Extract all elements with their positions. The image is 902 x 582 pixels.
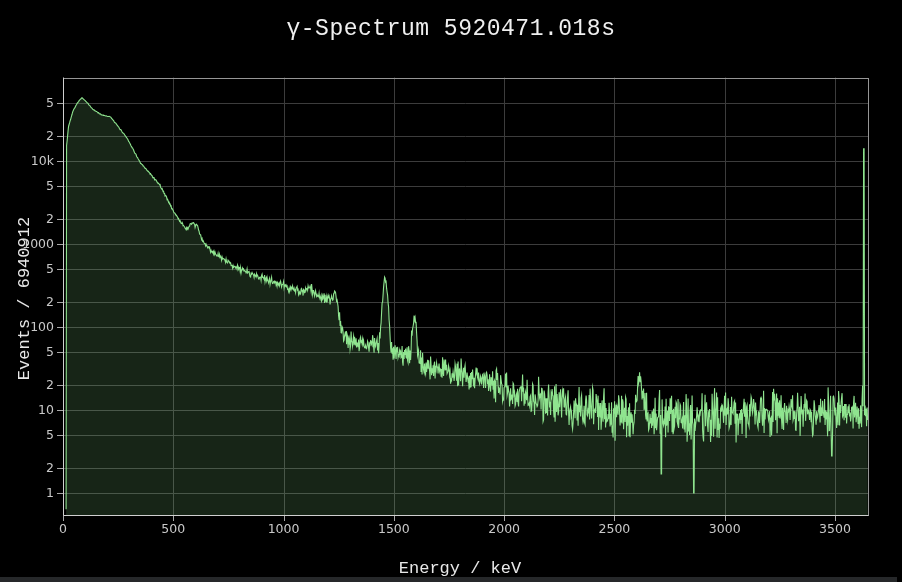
- y-tick-label: 5: [8, 95, 54, 110]
- x-tick-label: 1500: [364, 521, 424, 536]
- y-tick-label: 5: [8, 427, 54, 442]
- y-tick-label: 10k: [8, 153, 54, 168]
- y-tick-label: 5: [8, 178, 54, 193]
- x-tick-label: 1000: [254, 521, 314, 536]
- x-axis-label: Energy / keV: [310, 559, 610, 578]
- app-window: γ-Spectrum 5920471.018s Events / 6940912…: [0, 0, 902, 582]
- spectrum-plot-canvas[interactable]: [0, 0, 902, 582]
- y-tick-label: 2: [8, 211, 54, 226]
- y-tick-label: 2: [8, 377, 54, 392]
- y-tick-label: 10: [8, 402, 54, 417]
- x-tick-label: 0: [33, 521, 93, 536]
- y-tick-label: 100: [8, 319, 54, 334]
- x-tick-label: 3500: [805, 521, 865, 536]
- x-tick-label: 500: [143, 521, 203, 536]
- window-bottom-bar: [0, 577, 897, 582]
- y-tick-label: 1000: [8, 236, 54, 251]
- x-tick-label: 3000: [695, 521, 755, 536]
- y-tick-label: 5: [8, 344, 54, 359]
- x-tick-label: 2000: [474, 521, 534, 536]
- y-tick-label: 2: [8, 128, 54, 143]
- y-tick-label: 5: [8, 261, 54, 276]
- y-tick-label: 2: [8, 294, 54, 309]
- y-tick-label: 1: [8, 485, 54, 500]
- x-tick-label: 2500: [584, 521, 644, 536]
- y-tick-label: 2: [8, 460, 54, 475]
- chart-title: γ-Spectrum 5920471.018s: [0, 16, 902, 42]
